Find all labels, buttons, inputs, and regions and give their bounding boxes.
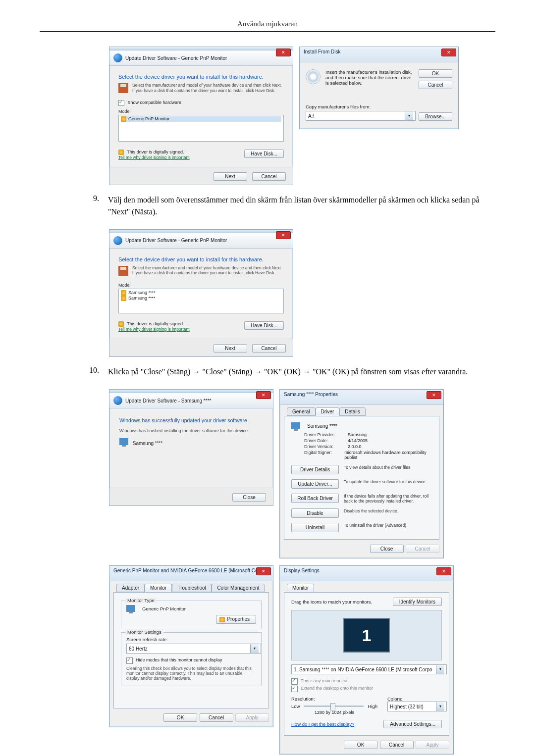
close-button[interactable]: Close: [370, 545, 404, 553]
have-disk-button[interactable]: Have Disk...: [244, 321, 284, 330]
ok-button[interactable]: OK: [163, 713, 197, 722]
slider-thumb[interactable]: [330, 703, 335, 710]
slider-low-label: Low: [291, 704, 300, 709]
tab-troubleshoot[interactable]: Troubleshoot: [172, 584, 212, 592]
close-icon[interactable]: [441, 49, 456, 56]
refresh-rate-label: Screen refresh rate:: [126, 637, 256, 642]
dialog-title: Display Settings: [284, 568, 320, 573]
chevron-down-icon[interactable]: ▾: [436, 702, 444, 711]
cancel-button[interactable]: Cancel: [419, 81, 452, 89]
chevron-down-icon[interactable]: ▾: [405, 111, 413, 120]
drag-icons-label: Drag the icons to match your monitors.: [291, 599, 393, 605]
identify-monitors-button[interactable]: Identify Monitors: [393, 598, 442, 606]
close-icon[interactable]: [256, 567, 271, 575]
cancel-button[interactable]: Cancel: [200, 713, 233, 722]
hide-modes-checkbox[interactable]: [126, 657, 133, 664]
ok-button[interactable]: OK: [344, 741, 377, 749]
btn-desc: Disables the selected device.: [344, 508, 432, 513]
back-icon[interactable]: [113, 396, 122, 405]
close-icon[interactable]: [256, 391, 271, 399]
close-button[interactable]: Close: [232, 493, 266, 502]
rollback-driver-button[interactable]: Roll Back Driver: [291, 494, 339, 503]
have-disk-button[interactable]: Have Disk...: [244, 150, 284, 158]
dialog-heading: Select the device driver you want to ins…: [118, 256, 284, 262]
path-value: A:\: [308, 113, 314, 119]
shield-icon: [219, 617, 225, 622]
resolution-slider[interactable]: [304, 706, 364, 707]
disable-button[interactable]: Disable: [291, 508, 339, 518]
extend-desktop-checkbox: [291, 686, 298, 692]
close-icon[interactable]: [276, 231, 291, 239]
tab-monitor[interactable]: Monitor: [145, 584, 172, 592]
colors-select[interactable]: Highest (32 bit) ▾: [387, 702, 447, 711]
kv-key: Driver Provider:: [304, 432, 342, 437]
apply-button: Apply: [235, 713, 269, 722]
monitor-1-icon[interactable]: 1: [343, 618, 390, 653]
kv-key: Driver Date:: [304, 438, 342, 443]
back-icon[interactable]: [113, 236, 122, 245]
monitor-arrangement[interactable]: 1: [291, 610, 442, 660]
cd-icon: [306, 69, 321, 84]
close-icon[interactable]: [436, 567, 451, 575]
dialog-heading: Select the device driver you want to ins…: [118, 74, 284, 80]
close-icon[interactable]: [276, 49, 291, 56]
driver-details-button[interactable]: Driver Details: [291, 465, 339, 474]
dialog-note: Select the manufacturer and model of you…: [132, 83, 284, 93]
model-list[interactable]: Generic PnP Monitor: [118, 115, 284, 142]
tab-adapter[interactable]: Adapter: [116, 584, 145, 592]
next-button[interactable]: Next: [214, 172, 247, 181]
top-divider: [40, 31, 495, 32]
path-combobox[interactable]: A:\ ▾: [306, 111, 416, 121]
main-monitor-label: This is my main monitor: [301, 678, 348, 683]
cancel-button[interactable]: Cancel: [252, 172, 286, 181]
main-monitor-checkbox: [291, 678, 298, 685]
device-name: Samsung ****: [133, 441, 163, 446]
display-select[interactable]: 1. Samsung **** on NVIDIA GeForce 6600 L…: [291, 664, 447, 674]
cancel-button[interactable]: Cancel: [252, 344, 286, 353]
update-driver-dialog-b: Update Driver Software - Generic PnP Mon…: [109, 229, 293, 357]
cancel-button: Cancel: [406, 545, 439, 553]
step-9: 9. Välj den modell som överensstämmer me…: [40, 194, 495, 217]
next-button[interactable]: Next: [214, 344, 247, 353]
tab-details[interactable]: Details: [339, 407, 366, 416]
chevron-down-icon[interactable]: ▾: [250, 644, 259, 653]
list-item[interactable]: Samsung ****: [128, 296, 156, 301]
extend-desktop-label: Extend the desktop onto this monitor: [301, 686, 373, 691]
update-success-dialog: Update Driver Software - Samsung **** Wi…: [109, 389, 273, 506]
install-from-disk-dialog: Install From Disk Insert the manufacture…: [299, 47, 459, 129]
success-heading: Windows has successfully updated your dr…: [119, 417, 263, 423]
why-signing-link[interactable]: Tell me why driver signing is important: [118, 327, 190, 332]
why-signing-link[interactable]: Tell me why driver signing is important: [118, 155, 190, 160]
list-item[interactable]: Samsung ****: [128, 290, 156, 295]
disk-icon: [118, 83, 128, 93]
browse-button[interactable]: Browse...: [419, 112, 452, 121]
chevron-down-icon[interactable]: ▾: [436, 665, 444, 674]
monitor-properties-dialog: Generic PnP Monitor and NVIDIA GeForce 6…: [109, 565, 273, 727]
kv-value: microsoft windows hardware compatibility…: [344, 450, 432, 460]
show-compatible-checkbox[interactable]: [118, 100, 124, 106]
breadcrumb: Update Driver Software - Samsung ****: [125, 398, 211, 403]
resolution-value: 1280 by 1024 pixels: [291, 710, 377, 715]
apply-button: Apply: [416, 741, 449, 749]
kv-key: Digital Signer:: [304, 450, 338, 460]
tab-driver[interactable]: Driver: [316, 407, 340, 416]
advanced-settings-button[interactable]: Advanced Settings...: [383, 720, 442, 728]
model-list[interactable]: Samsung **** Samsung ****: [118, 289, 284, 313]
tab-monitor[interactable]: Monitor: [287, 584, 314, 592]
uninstall-button[interactable]: Uninstall: [291, 523, 339, 532]
shield-icon: [118, 321, 124, 327]
refresh-rate-select[interactable]: 60 Hertz ▾: [126, 644, 261, 654]
best-display-link[interactable]: How do I get the best display?: [291, 721, 383, 727]
tab-color-management[interactable]: Color Management: [212, 584, 265, 592]
list-item[interactable]: Generic PnP Monitor: [128, 116, 169, 121]
close-icon[interactable]: [427, 391, 441, 399]
update-driver-button[interactable]: Update Driver...: [291, 479, 339, 489]
cancel-button[interactable]: Cancel: [380, 741, 414, 749]
properties-button[interactable]: Properties: [216, 615, 256, 624]
back-icon[interactable]: [113, 53, 122, 62]
shield-icon: [121, 296, 126, 301]
tab-general[interactable]: General: [287, 407, 316, 416]
step-10: 10. Klicka på "Close" (Stäng) → "Close" …: [40, 366, 495, 377]
shield-icon: [121, 290, 126, 296]
ok-button[interactable]: OK: [419, 69, 452, 78]
